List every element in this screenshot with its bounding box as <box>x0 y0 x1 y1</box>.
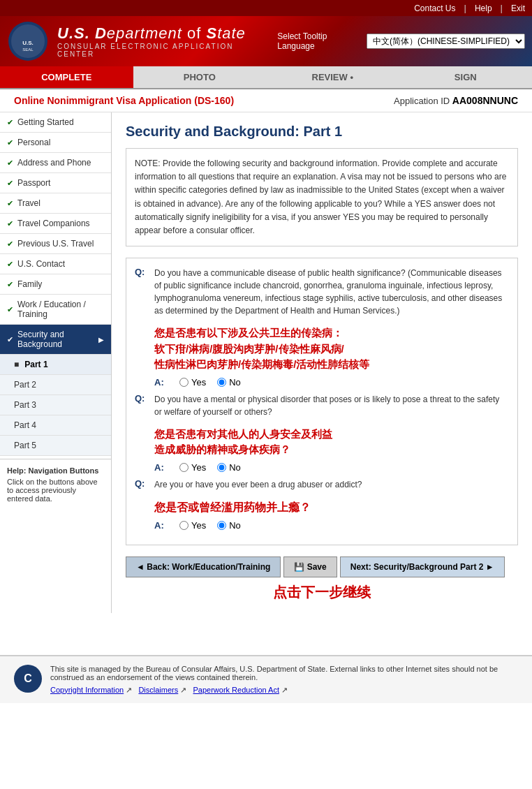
tab-review[interactable]: REVIEW • <box>266 66 399 88</box>
help-text: Click on the buttons above to access pre… <box>7 478 104 503</box>
main-content: Security and Background: Part 1 NOTE: Pr… <box>112 112 532 613</box>
seal-logo: U.S. SEAL <box>7 20 49 62</box>
q1-label: Q: <box>135 267 149 317</box>
q3-yes-radio[interactable] <box>179 521 189 530</box>
sidebar-subitem-part1[interactable]: ■ Part 1 <box>0 355 111 375</box>
svg-text:SEAL: SEAL <box>22 47 34 52</box>
back-button[interactable]: ◄ Back: Work/Education/Training <box>126 556 281 577</box>
next-button[interactable]: Next: Security/Background Part 2 ► <box>340 556 505 577</box>
q1-yes-label[interactable]: Yes <box>179 377 206 388</box>
q1-yes-radio[interactable] <box>179 378 189 387</box>
sidebar-subitem-part4[interactable]: Part 4 <box>0 415 111 436</box>
q1-answer: A: Yes No <box>154 377 509 388</box>
form-title: Online Nonimmigrant Visa Application (DS… <box>14 95 234 106</box>
main-layout: ✔ Getting Started ✔ Personal ✔ Address a… <box>0 112 532 613</box>
check-icon: ✔ <box>7 335 13 344</box>
sidebar-item-us-contact[interactable]: ✔ U.S. Contact <box>0 254 111 274</box>
q2-yes-radio[interactable] <box>179 463 189 472</box>
nav-tabs: COMPLETE PHOTO REVIEW • SIGN <box>0 66 532 89</box>
app-id: Application ID AA008NNUNC <box>394 95 518 106</box>
arrow-icon: ▶ <box>98 336 104 344</box>
footer-tooltip-text: 点击下一步继续 <box>126 583 518 602</box>
a2-label: A: <box>154 462 168 473</box>
check-icon: ✔ <box>7 219 13 228</box>
check-icon: ✔ <box>7 138 13 147</box>
check-icon: ✔ <box>7 179 13 188</box>
header-title: U.S. Department of State CONSULAR ELECTR… <box>57 24 269 58</box>
q1-no-radio[interactable] <box>217 378 226 387</box>
paperwork-link[interactable]: Paperwork Reduction Act <box>193 686 279 694</box>
q3-label: Q: <box>135 478 149 491</box>
sidebar-item-security-background[interactable]: ✔ Security and Background ▶ <box>0 325 111 355</box>
q1-tooltip: 您是否患有以下涉及公共卫生的传染病： 软下疳/淋病/腹股沟肉芽肿/传染性麻风病/… <box>154 325 509 373</box>
q2-label: Q: <box>135 393 149 418</box>
department-name: U.S. Department of State <box>57 24 269 43</box>
tab-photo[interactable]: PHOTO <box>133 66 267 88</box>
a1-label: A: <box>154 377 168 388</box>
check-icon: ✔ <box>7 199 13 208</box>
q3-answer: A: Yes No <box>154 520 509 531</box>
q2-yes-label[interactable]: Yes <box>179 462 206 473</box>
help-title: Help: Navigation Buttons <box>7 466 104 475</box>
disclaimers-link[interactable]: Disclaimers <box>138 686 178 694</box>
check-icon: ✔ <box>7 305 13 314</box>
question-2-row: Q: Do you have a mental or physical diso… <box>135 393 509 418</box>
q3-tooltip: 您是否或曾经滥用药物并上瘾？ <box>154 499 509 516</box>
question-3-row: Q: Are you or have you ever been a drug … <box>135 478 509 491</box>
svg-text:U.S.: U.S. <box>22 40 34 46</box>
language-select[interactable]: 中文(简体）(CHINESE-SIMPLIFIED) English <box>367 34 525 49</box>
check-icon: ✔ <box>7 280 13 289</box>
footer-links: Copyright Information ↗ Disclaimers ↗ Pa… <box>50 686 518 695</box>
exit-link[interactable]: Exit <box>511 3 525 13</box>
a3-label: A: <box>154 520 168 531</box>
sidebar-item-travel-companions[interactable]: ✔ Travel Companions <box>0 214 111 234</box>
header: U.S. SEAL U.S. Department of State CONSU… <box>0 16 532 66</box>
sidebar-subitem-part3[interactable]: Part 3 <box>0 395 111 415</box>
q2-no-radio[interactable] <box>217 463 226 472</box>
tooltip-lang-label: Select Tooltip Language <box>277 31 361 51</box>
q3-text: Are you or have you ever been a drug abu… <box>154 478 509 491</box>
footer-description: This site is managed by the Bureau of Co… <box>50 665 518 681</box>
sidebar-subitem-part5[interactable]: Part 5 <box>0 436 111 456</box>
help-link[interactable]: Help <box>475 3 492 13</box>
sidebar-subitem-part2[interactable]: Part 2 <box>0 375 111 395</box>
tab-sign[interactable]: SIGN <box>399 66 533 88</box>
footer-navigation: ◄ Back: Work/Education/Training 💾 Save N… <box>126 556 518 577</box>
qa-section: Q: Do you have a communicable disease of… <box>126 258 518 545</box>
q2-no-label[interactable]: No <box>217 462 241 473</box>
contact-us-link[interactable]: Contact Us <box>414 3 455 13</box>
app-center-subtitle: CONSULAR ELECTRONIC APPLICATION CENTER <box>57 43 269 58</box>
sidebar-item-getting-started[interactable]: ✔ Getting Started <box>0 112 111 133</box>
q1-text: Do you have a communicable disease of pu… <box>154 267 509 317</box>
copyright-link[interactable]: Copyright Information <box>50 686 124 694</box>
sidebar-item-family[interactable]: ✔ Family <box>0 274 111 295</box>
q3-no-radio[interactable] <box>217 521 226 530</box>
check-icon: ✔ <box>7 260 13 269</box>
q3-yes-label[interactable]: Yes <box>179 520 206 531</box>
q3-no-label[interactable]: No <box>217 520 241 531</box>
sidebar-help: Help: Navigation Buttons Click on the bu… <box>0 459 111 510</box>
footer-text-area: This site is managed by the Bureau of Co… <box>50 665 518 695</box>
sidebar-item-personal[interactable]: ✔ Personal <box>0 133 111 153</box>
check-icon: ✔ <box>7 158 13 168</box>
app-id-bar: Online Nonimmigrant Visa Application (DS… <box>0 89 532 112</box>
tab-complete[interactable]: COMPLETE <box>0 66 133 88</box>
sidebar-item-address-phone[interactable]: ✔ Address and Phone <box>0 153 111 173</box>
sidebar-item-passport[interactable]: ✔ Passport <box>0 173 111 193</box>
bottom-footer: C This site is managed by the Bureau of … <box>0 655 532 703</box>
page-title: Security and Background: Part 1 <box>126 124 518 140</box>
note-box: NOTE: Provide the following security and… <box>126 148 518 246</box>
c-logo: C <box>14 665 42 693</box>
sidebar-item-travel[interactable]: ✔ Travel <box>0 193 111 214</box>
q2-answer: A: Yes No <box>154 462 509 473</box>
sidebar-item-work-education[interactable]: ✔ Work / Education / Training <box>0 295 111 325</box>
question-1-row: Q: Do you have a communicable disease of… <box>135 267 509 317</box>
save-button[interactable]: 💾 Save <box>283 556 337 577</box>
q2-text: Do you have a mental or physical disorde… <box>154 393 509 418</box>
sidebar-item-prev-us-travel[interactable]: ✔ Previous U.S. Travel <box>0 234 111 254</box>
top-bar: Contact Us | Help | Exit <box>0 0 532 16</box>
q2-tooltip: 您是否患有对其他人的人身安全及利益 造成威胁的精神或身体疾病？ <box>154 427 509 458</box>
q1-no-label[interactable]: No <box>217 377 241 388</box>
language-selector-area: Select Tooltip Language 中文(简体）(CHINESE-S… <box>277 31 525 51</box>
sidebar: ✔ Getting Started ✔ Personal ✔ Address a… <box>0 112 112 613</box>
